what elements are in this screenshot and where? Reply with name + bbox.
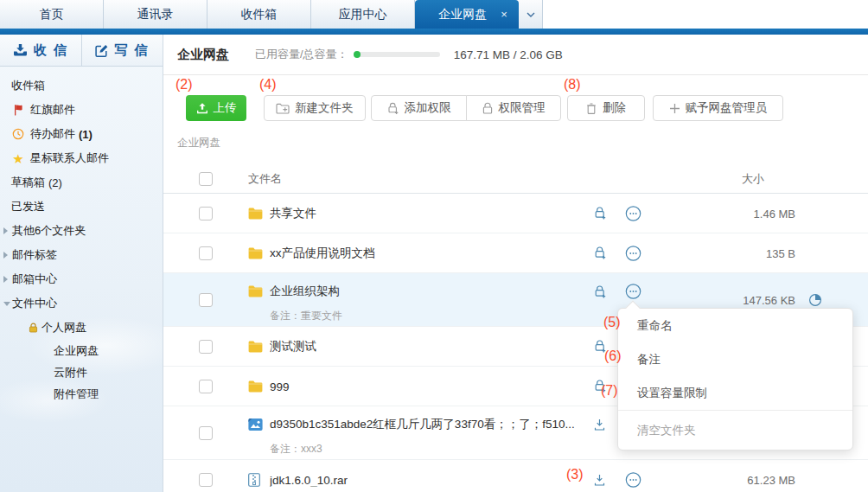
permission-mgmt-button[interactable]: 权限管理 [466, 95, 561, 121]
table-row[interactable]: jdk1.6.0_10.rar 61.23 MB [163, 460, 868, 492]
tab-inbox[interactable]: 收件箱 [207, 0, 311, 29]
sidebar-item-starred-contacts[interactable]: ★ 星标联系人邮件 [0, 146, 163, 170]
add-permission-button[interactable]: 添加权限 [371, 95, 467, 121]
row-more-icon[interactable] [625, 245, 641, 261]
row-checkbox[interactable] [199, 207, 213, 220]
compose-mail-button[interactable]: 写 信 [82, 35, 163, 66]
tab-label: 首页 [40, 7, 64, 22]
delete-button[interactable]: 删除 [567, 95, 645, 121]
row-download-icon[interactable] [591, 417, 608, 433]
sidebar-item-sent[interactable]: 已发送 [0, 195, 163, 219]
file-size: 1.46 MB [754, 207, 795, 220]
row-checkbox[interactable] [199, 340, 213, 354]
file-name[interactable]: 999 [270, 380, 290, 393]
row-download-icon[interactable] [591, 471, 608, 488]
chevron-right-icon[interactable] [3, 252, 8, 259]
file-name[interactable]: 测试测试 [270, 339, 316, 355]
table-row[interactable]: 共享文件 1.46 MB [163, 194, 868, 233]
nav-label: 红旗邮件 [30, 102, 75, 118]
quota-pie-icon[interactable] [808, 293, 822, 307]
star-icon: ★ [11, 152, 25, 165]
tab-label: 企业网盘 [438, 7, 487, 22]
close-icon[interactable]: × [501, 8, 507, 21]
tab-app-center[interactable]: 应用中心 [311, 0, 415, 29]
file-name[interactable]: jdk1.6.0_10.rar [270, 473, 348, 486]
file-name[interactable]: 共享文件 [270, 206, 316, 221]
nav-label: 其他6个文件夹 [12, 223, 86, 239]
tab-list-dropdown[interactable] [519, 0, 543, 29]
row-add-permission-icon[interactable] [591, 284, 608, 300]
table-header: 文件名 大小 [163, 164, 868, 194]
sidebar-item-other-folders[interactable]: 其他6个文件夹 [0, 219, 163, 243]
row-checkbox[interactable] [199, 246, 213, 260]
row-add-permission-icon[interactable] [591, 205, 608, 221]
sidebar-item-drafts[interactable]: 草稿箱 (2) [0, 170, 163, 195]
nav-label: 待办邮件 [30, 126, 75, 142]
callout-8: (8) [564, 77, 581, 93]
sidebar-item-inbox[interactable]: 收件箱 [0, 73, 163, 98]
file-name[interactable]: 企业组织架构 [270, 284, 340, 299]
upload-button[interactable]: 上传 [186, 95, 246, 121]
column-header-name: 文件名 [248, 171, 282, 187]
column-header-size: 大小 [742, 171, 764, 187]
row-more-icon[interactable] [625, 471, 641, 488]
row-add-permission-icon[interactable] [591, 245, 608, 261]
menu-item-label: 设置容量限制 [637, 386, 707, 401]
tab-home[interactable]: 首页 [0, 0, 104, 29]
row-checkbox[interactable] [199, 293, 213, 307]
menu-item-rename[interactable]: 重命名 [618, 309, 852, 342]
tab-label: 收件箱 [241, 7, 278, 22]
chevron-right-icon[interactable] [3, 276, 8, 283]
select-all-checkbox[interactable] [199, 172, 213, 186]
folder-icon [248, 341, 263, 353]
sidebar-item-flagged[interactable]: 红旗邮件 [0, 98, 163, 122]
sidebar-item-mail-tags[interactable]: 邮件标签 [0, 243, 163, 267]
row-more-icon[interactable] [625, 205, 641, 221]
callout-4: (4) [259, 77, 277, 93]
sidebar-actions: 收 信 写 信 [0, 35, 163, 67]
sidebar-item-mailbox-center[interactable]: 邮箱中心 [0, 267, 163, 291]
chevron-right-icon[interactable] [3, 227, 8, 234]
sidebar-item-todo[interactable]: 待办邮件 (1) [0, 122, 163, 146]
lock-icon [482, 102, 494, 115]
folder-icon [248, 247, 263, 259]
tab-contacts[interactable]: 通讯录 [104, 0, 207, 29]
nav-label: 企业网盘 [54, 343, 99, 359]
tab-enterprise-drive[interactable]: 企业网盘 × [415, 0, 519, 29]
table-row[interactable]: xx产品使用说明文档 135 B [163, 233, 868, 273]
file-name[interactable]: xx产品使用说明文档 [270, 246, 375, 261]
clock-icon [11, 128, 25, 140]
add-permission-label: 添加权限 [405, 100, 451, 116]
sidebar-item-personal-drive[interactable]: 个人网盘 [0, 316, 163, 340]
nav-label: 已发送 [11, 199, 45, 214]
breadcrumb-label: 企业网盘 [177, 137, 220, 149]
folder-plus-icon [276, 103, 290, 114]
tabbar-spacer [543, 0, 868, 29]
nav-label: 云附件 [54, 365, 87, 380]
receive-mail-button[interactable]: 收 信 [0, 35, 82, 66]
row-checkbox[interactable] [199, 380, 213, 393]
grant-admin-button[interactable]: 赋予网盘管理员 [653, 95, 784, 121]
file-size: 135 B [766, 246, 795, 259]
menu-item-note[interactable]: 备注 [618, 342, 852, 376]
sidebar-item-file-center[interactable]: 文件中心 [0, 291, 163, 316]
new-folder-button[interactable]: 新建文件夹 [264, 95, 366, 121]
breadcrumb[interactable]: 企业网盘 [177, 136, 868, 150]
file-name[interactable]: d9350b1c351abde2红框几斤几两了33f70看；；了；f510... [270, 417, 575, 432]
row-more-icon[interactable] [625, 284, 641, 300]
tab-bar: 首页 通讯录 收件箱 应用中心 企业网盘 × [0, 0, 868, 29]
upload-label: 上传 [214, 100, 237, 116]
nav-label: 个人网盘 [41, 320, 86, 335]
menu-item-set-quota[interactable]: 设置容量限制 [618, 376, 852, 410]
row-checkbox[interactable] [199, 473, 213, 487]
sidebar-nav: 收件箱 红旗邮件 待办邮件 (1) ★ 星标联系人邮件 草稿箱 (2) [0, 67, 163, 405]
chevron-down-icon[interactable] [3, 302, 10, 306]
drafts-count-badge: (2) [48, 176, 62, 189]
new-folder-label: 新建文件夹 [295, 100, 354, 116]
sidebar-item-enterprise-drive[interactable]: 企业网盘 [0, 340, 163, 361]
row-checkbox[interactable] [199, 426, 213, 440]
main-panel: 企业网盘 已用容量/总容量： 167.71 MB / 2.06 GB 上传 [163, 35, 868, 492]
sidebar-item-cloud-attachments[interactable]: 云附件 [0, 361, 163, 383]
sidebar-item-attachment-mgmt[interactable]: 附件管理 [0, 383, 163, 405]
menu-item-empty-folder[interactable]: 清空文件夹 [618, 410, 852, 450]
